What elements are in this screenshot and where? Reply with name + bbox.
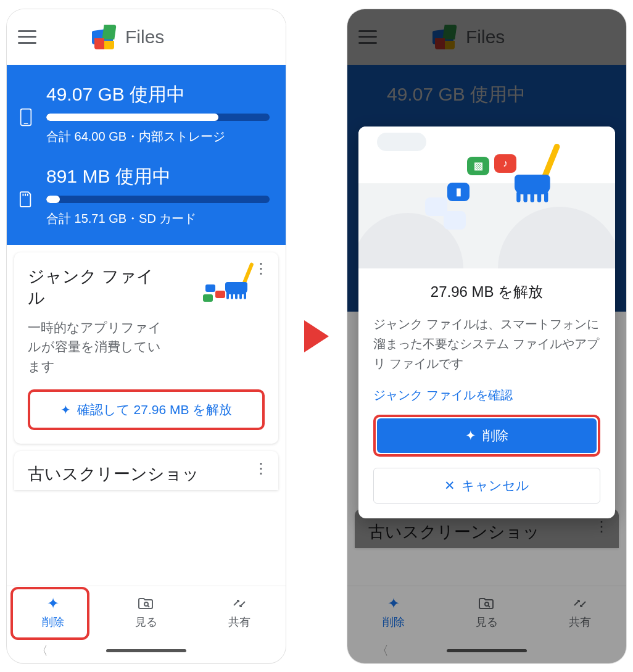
junk-card-desc: 一時的なアプリファイルが容量を消費しています [28,318,170,376]
internal-detail: 合計 64.00 GB・内部ストレージ [46,127,270,146]
internal-used-label: 49.07 GB 使用中 [46,82,270,107]
sd-used-label: 891 MB 使用中 [46,164,270,189]
close-icon: ✕ [444,478,455,493]
review-junk-link[interactable]: ジャンク ファイルを確認 [373,387,600,404]
nav-share[interactable]: 共有 [192,586,286,639]
delete-button-label: 削除 [482,427,508,444]
music-chip-icon: ♪ [494,154,516,173]
sparkle-icon: ✦ [465,428,476,443]
nav-browse-label: 見る [135,615,157,629]
free-up-button[interactable]: ✦ 確認して 27.96 MB を解放 [28,389,265,429]
phone-screen-left: Files 49.07 GB 使用中 合計 64.00 GB・内部ストレージ [7,9,286,663]
card-menu-icon[interactable]: ⋮ [254,465,268,472]
junk-card-title: ジャンク ファイル [28,266,157,309]
ghost-chip-icon [444,211,466,230]
nav-clean-label: 削除 [42,615,64,629]
cancel-button-label: キャンセル [461,477,529,494]
free-up-dialog: ▧ ♪ ▮ 27.96 MB を解放 ジャンク ファイルは、スマートフォンに溜ま… [358,127,615,518]
sd-detail: 合計 15.71 GB・SD カード [46,209,270,228]
delete-button-highlight: ✦ 削除 [373,415,600,457]
sd-card-icon [19,190,36,228]
arrow-right-icon [304,320,329,352]
bottom-nav: ✦ 削除 見る 共有 [7,586,286,639]
storage-summary: 49.07 GB 使用中 合計 64.00 GB・内部ストレージ 891 MB … [7,65,286,245]
dialog-title: 27.96 MB を解放 [373,282,600,302]
app-title: Files [125,27,164,48]
sparkle-icon: ✦ [47,595,59,612]
cancel-button[interactable]: ✕ キャンセル [373,468,600,504]
svg-line-6 [148,606,150,608]
internal-storage-block[interactable]: 49.07 GB 使用中 合計 64.00 GB・内部ストレージ [19,82,270,146]
svg-point-5 [144,602,148,606]
sparkle-icon: ✦ [60,401,71,418]
broom-icon [515,145,564,194]
junk-illustration-icon [203,266,259,309]
dialog-description: ジャンク ファイルは、スマートフォンに溜まった不要なシステム ファイルやアプリ … [373,314,600,373]
folder-chip-icon: ▮ [447,183,470,201]
free-up-label: 確認して 27.96 MB を解放 [77,400,233,418]
delete-button[interactable]: ✦ 削除 [377,418,597,453]
share-icon [231,595,247,612]
back-icon[interactable]: 〈 [36,642,48,659]
folder-search-icon [138,595,155,612]
app-header: Files [7,9,286,65]
files-logo-icon [92,22,117,52]
old-screenshots-card: ⋮ 古いスクリーンショッ [14,451,278,490]
dialog-hero-illustration: ▧ ♪ ▮ [358,127,615,268]
internal-progress [46,114,270,121]
hamburger-icon[interactable] [18,30,36,44]
old-screenshots-title: 古いスクリーンショッ [28,463,265,485]
phone-icon [19,108,36,146]
junk-files-card: ⋮ ジャンク ファイル 一時的なアプリファイルが容量を消費しています ✦ 確認し… [14,252,278,444]
nav-clean[interactable]: ✦ 削除 [7,586,100,639]
system-nav-bar: 〈 [7,639,286,663]
nav-browse[interactable]: 見る [100,586,193,639]
nav-share-label: 共有 [228,615,250,629]
sd-storage-block[interactable]: 891 MB 使用中 合計 15.71 GB・SD カード [19,164,270,228]
phone-screen-right: Files 49.07 GB 使用中 ⋮ 古いスクリーンショッ ✦ 削除 [347,9,626,663]
home-pill[interactable] [106,649,186,652]
image-chip-icon: ▧ [467,157,489,175]
sd-progress [46,196,270,203]
